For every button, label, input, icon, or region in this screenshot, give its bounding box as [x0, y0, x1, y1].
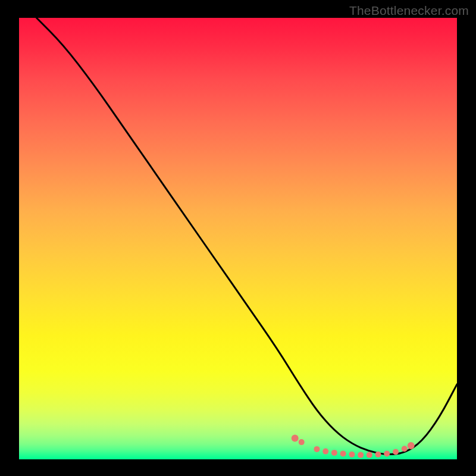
highlight-dot [402, 446, 408, 452]
highlight-dot [292, 434, 299, 441]
chart-svg [19, 18, 457, 459]
plot-area [19, 18, 457, 459]
highlight-marker-group [292, 434, 415, 458]
highlight-dot [331, 450, 337, 456]
highlight-dot [393, 449, 399, 455]
highlight-dot [349, 452, 355, 458]
highlight-dot [367, 452, 372, 458]
highlight-dot [408, 442, 415, 449]
watermark-text: TheBottlenecker.com [349, 4, 469, 18]
highlight-dot [375, 452, 381, 458]
bottleneck-curve [36, 18, 457, 455]
highlight-dot [314, 446, 320, 452]
chart-frame: TheBottlenecker.com [0, 0, 476, 476]
highlight-dot [384, 450, 390, 456]
highlight-dot [322, 449, 328, 455]
highlight-dot [358, 452, 364, 458]
highlight-dot [340, 450, 346, 456]
highlight-dot [299, 439, 305, 445]
